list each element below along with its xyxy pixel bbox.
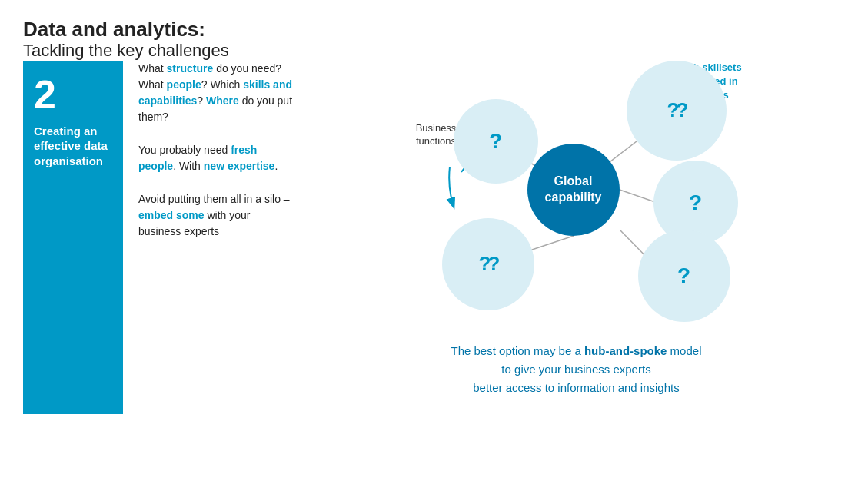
page: Data and analytics: Tackling the key cha… (0, 0, 868, 484)
bottom-line-1: The best option may be a hub-and-spoke m… (451, 342, 702, 360)
blue-panel: 2 Creating an effective data organisatio… (23, 61, 123, 414)
question-icon-bottom-left: ?? (479, 252, 497, 276)
hub-diagram: Business functions Fresh skillsets embed… (392, 53, 761, 337)
bottom-line-2: to give your business experts (451, 360, 702, 379)
text-2-plain-1: You probably need (138, 144, 231, 156)
question-icon-bottom-right: ? (677, 264, 690, 288)
bottom-text: The best option may be a hub-and-spoke m… (451, 342, 702, 397)
circle-top-left: ? (454, 99, 538, 184)
title-bold: Data and analytics: (23, 18, 205, 41)
panel-number: 2 (34, 75, 112, 114)
circle-bottom-left: ?? (442, 218, 534, 310)
title-regular: Tackling the key challenges (23, 41, 229, 60)
circle-top-right: ?? (627, 61, 727, 161)
text-2-plain-3: . (274, 160, 278, 172)
text-1-plain-3: ? Which (201, 78, 243, 91)
bottom-plain-1: The best option may be a (451, 344, 584, 357)
text-block-2: You probably need fresh people. With new… (138, 142, 294, 174)
text-1-plain-1: What (138, 62, 167, 75)
text-1-bold-4: Where (206, 94, 239, 107)
bottom-plain-2: model (667, 344, 701, 357)
text-2-bold-2: new expertise (204, 160, 275, 172)
question-icon-mid-right: ? (689, 191, 702, 215)
text-2-plain-2: . With (173, 160, 204, 172)
bottom-line-3: better access to information and insight… (451, 379, 702, 397)
circle-center: Global capability (527, 144, 620, 236)
panel-title: Creating an effective data organisation (34, 124, 112, 169)
center-label: Global capability (527, 174, 620, 206)
circle-bottom-right: ? (638, 230, 730, 322)
text-1-plain-4: ? (197, 94, 206, 107)
bottom-bold: hub-and-spoke (584, 344, 667, 357)
text-3-bold-1: embed some (138, 209, 205, 221)
text-1-bold-1: structure (167, 62, 214, 75)
text-3-plain-1: Avoid putting them all in a silo – (138, 193, 290, 205)
svg-line-2 (620, 190, 657, 203)
text-1-bold-2: people (167, 78, 201, 91)
text-block-3: Avoid putting them all in a silo – embed… (138, 191, 294, 240)
question-icon-top-right: ?? (667, 98, 686, 122)
diagram-panel: Business functions Fresh skillsets embed… (308, 61, 845, 397)
question-icon-top-left: ? (489, 129, 502, 154)
text-block-1: What structure do you need? What people?… (138, 61, 294, 125)
content-row: 2 Creating an effective data organisatio… (23, 61, 845, 414)
text-panel: What structure do you need? What people?… (123, 61, 308, 240)
